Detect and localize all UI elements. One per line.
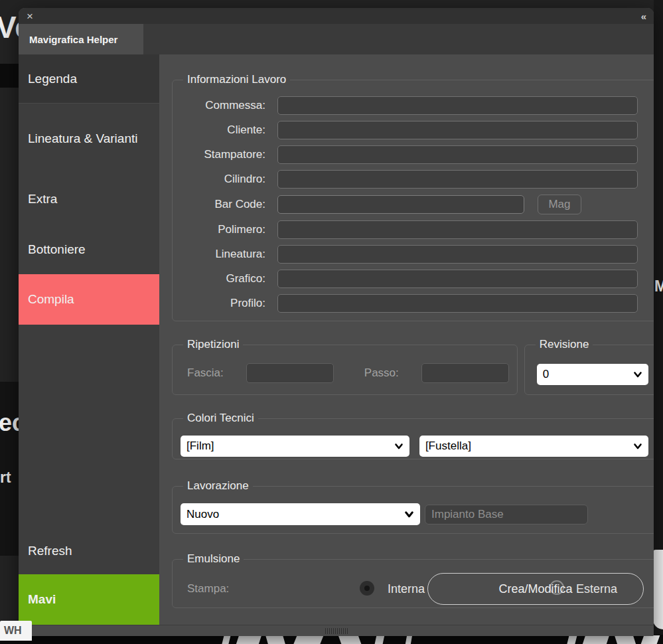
- panel-statusbar: [19, 625, 654, 636]
- lavorazione-select[interactable]: Nuovo: [181, 503, 420, 525]
- sidebar-item-compila[interactable]: Compila: [19, 274, 159, 325]
- background-artwork: [615, 635, 636, 644]
- stampa-label: Stampa:: [187, 582, 229, 596]
- close-icon[interactable]: ×: [27, 11, 33, 22]
- collapse-icon[interactable]: «: [641, 11, 646, 22]
- barcode-input[interactable]: [277, 195, 524, 214]
- grafico-label: Grafico:: [181, 272, 265, 285]
- fieldset-lavorazione: Lavorazione Nuovo: [172, 479, 654, 534]
- background-strip: [654, 0, 663, 644]
- fieldset-ripetizioni: Ripetizioni Fascia: Passo:: [172, 338, 518, 395]
- legend-lavorazione: Lavorazione: [183, 479, 253, 493]
- screen: Vel ec rt M WH × « Mavigrafica Helper Le…: [0, 0, 663, 644]
- impianto-base-input[interactable]: [425, 505, 588, 524]
- background-text-rt: rt: [0, 469, 11, 487]
- legend-colori-tecnici: Colori Tecnici: [183, 412, 258, 425]
- revisione-select-value: 0: [543, 368, 549, 381]
- stampatore-input[interactable]: [277, 145, 638, 164]
- lineatura-label: Lineatura:: [181, 248, 265, 261]
- profilo-label: Profilo:: [181, 297, 265, 310]
- lavorazione-select-value: Nuovo: [186, 508, 219, 521]
- film-select-value: [Film]: [186, 440, 214, 453]
- stampatore-label: Stampatore:: [181, 148, 265, 161]
- fascia-input[interactable]: [246, 363, 334, 383]
- cliente-input[interactable]: [277, 121, 638, 139]
- fieldset-colori-tecnici: Colori Tecnici [Film] [Fustella]: [172, 412, 654, 459]
- crea-modifica-button[interactable]: Crea/Modifica: [427, 573, 644, 605]
- commessa-input[interactable]: [277, 96, 638, 115]
- fieldset-revisione: Revisione 0: [524, 338, 654, 395]
- chevron-down-icon: [394, 442, 404, 451]
- sidebar-item-extra[interactable]: Extra: [19, 185, 159, 214]
- passo-label: Passo:: [364, 366, 399, 380]
- legend-informazioni-lavoro: Informazioni Lavoro: [183, 73, 290, 86]
- legend-emulsione: Emulsione: [183, 552, 244, 566]
- lineatura-input[interactable]: [277, 245, 638, 264]
- background-artwork: [236, 635, 261, 644]
- sidebar-item-mavi[interactable]: Mavi: [19, 574, 159, 625]
- chevron-down-icon: [633, 370, 642, 379]
- polimero-label: Polimero:: [181, 223, 265, 236]
- sidebar: Legenda Lineatura & Varianti Extra Botto…: [19, 54, 159, 625]
- barcode-label: Bar Code:: [181, 198, 265, 211]
- revisione-select[interactable]: 0: [537, 364, 648, 385]
- cliente-label: Cliente:: [181, 123, 265, 137]
- commessa-label: Commessa:: [181, 99, 265, 112]
- background-chip-wh: WH: [0, 621, 32, 641]
- mag-button[interactable]: Mag: [538, 195, 581, 214]
- fustella-select[interactable]: [Fustella]: [419, 436, 648, 457]
- panel-titlebar: × «: [19, 8, 654, 24]
- panel-content: Informazioni Lavoro Commessa: Cliente: S…: [159, 54, 654, 625]
- sidebar-item-legenda[interactable]: Legenda: [19, 54, 159, 104]
- fascia-label: Fascia:: [187, 366, 224, 380]
- interna-radio[interactable]: [360, 581, 374, 596]
- background-text-m: M: [654, 278, 663, 295]
- panel-tabrow: Mavigrafica Helper: [19, 24, 654, 54]
- sidebar-item-bottoniere[interactable]: Bottoniere: [19, 235, 159, 264]
- fustella-select-value: [Fustella]: [425, 440, 471, 453]
- mavigrafica-helper-panel: × « Mavigrafica Helper Legenda Lineatura…: [19, 8, 654, 636]
- tab-mavigrafica-helper[interactable]: Mavigrafica Helper: [19, 24, 143, 54]
- background-artwork: [338, 635, 362, 644]
- background-artwork: [265, 635, 285, 644]
- sidebar-item-refresh[interactable]: Refresh: [19, 536, 159, 566]
- sidebar-item-lineatura-varianti[interactable]: Lineatura & Varianti: [19, 118, 138, 159]
- cilindro-label: Cilindro:: [181, 173, 265, 186]
- profilo-input[interactable]: [277, 294, 638, 313]
- grafico-input[interactable]: [277, 270, 638, 288]
- resize-grip[interactable]: [325, 628, 348, 634]
- polimero-input[interactable]: [277, 220, 638, 239]
- background-artwork: [653, 550, 663, 629]
- film-select[interactable]: [Film]: [181, 436, 409, 457]
- cilindro-input[interactable]: [277, 170, 638, 189]
- fieldset-informazioni-lavoro: Informazioni Lavoro Commessa: Cliente: S…: [172, 73, 654, 321]
- background-artwork-band: [0, 635, 663, 644]
- interna-label: Interna: [388, 582, 425, 596]
- legend-ripetizioni: Ripetizioni: [183, 338, 243, 351]
- legend-revisione: Revisione: [536, 338, 593, 351]
- background-artwork: [583, 635, 609, 644]
- passo-input[interactable]: [421, 363, 509, 383]
- chevron-down-icon: [404, 509, 414, 519]
- fieldset-emulsione: Emulsione Stampa: Interna Esterna Crea/M…: [172, 552, 654, 608]
- chevron-down-icon: [633, 442, 642, 451]
- background-artwork: [641, 635, 660, 644]
- background-artwork: [293, 635, 323, 644]
